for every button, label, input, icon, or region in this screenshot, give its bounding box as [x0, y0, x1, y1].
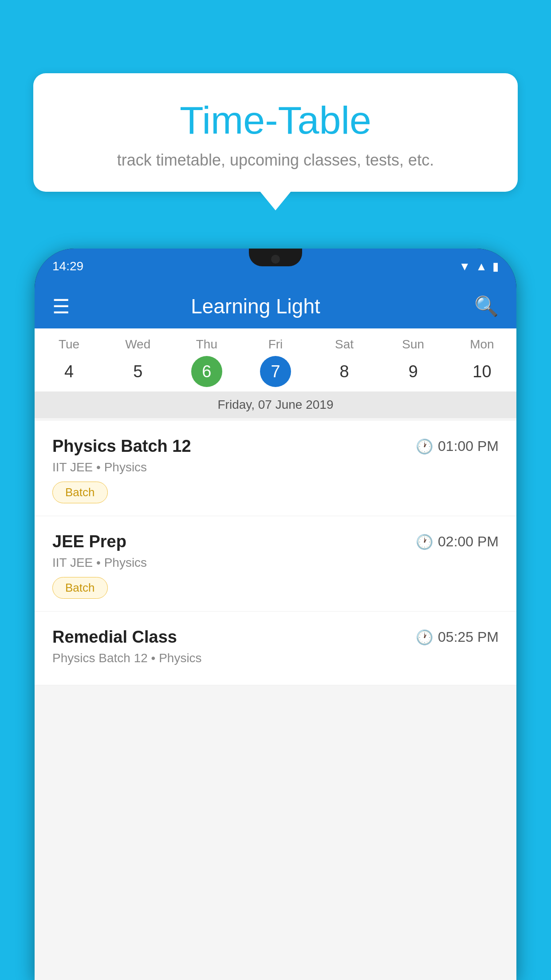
selected-date-bar: Friday, 07 June 2019	[35, 391, 516, 418]
schedule-title: JEE Prep	[52, 532, 126, 551]
day-label: Mon	[470, 337, 494, 352]
schedule-list: Physics Batch 12🕐01:00 PMIIT JEE • Physi…	[35, 421, 516, 685]
schedule-title: Remedial Class	[52, 628, 177, 647]
day-number: 10	[466, 356, 497, 387]
schedule-item-header: JEE Prep🕐02:00 PM	[52, 532, 499, 551]
phone-frame: 14:29 ▼ ▲ ▮ ☰ Learning Light 🔍 Tue4Wed5T…	[35, 249, 516, 980]
day-number: 7	[260, 356, 291, 387]
clock-icon: 🕐	[416, 629, 433, 646]
day-number: 8	[329, 356, 360, 387]
status-icons: ▼ ▲ ▮	[459, 260, 499, 273]
schedule-meta: IIT JEE • Physics	[52, 556, 499, 570]
menu-icon[interactable]: ☰	[52, 295, 70, 318]
time-text: 05:25 PM	[438, 629, 499, 645]
day-label: Sat	[335, 337, 354, 352]
schedule-item-header: Physics Batch 12🕐01:00 PM	[52, 437, 499, 456]
wifi-icon: ▼	[459, 260, 471, 273]
day-label: Wed	[125, 337, 150, 352]
day-label: Sun	[402, 337, 424, 352]
tooltip-title: Time-Table	[60, 98, 491, 143]
schedule-meta: Physics Batch 12 • Physics	[52, 651, 499, 665]
schedule-time: 🕐01:00 PM	[416, 438, 499, 455]
schedule-item[interactable]: JEE Prep🕐02:00 PMIIT JEE • PhysicsBatch	[35, 516, 516, 612]
day-number: 4	[54, 356, 85, 387]
day-label: Thu	[196, 337, 217, 352]
time-text: 01:00 PM	[438, 438, 499, 454]
day-number: 5	[122, 356, 153, 387]
app-bar: ☰ Learning Light 🔍	[35, 284, 516, 328]
day-number: 6	[191, 356, 222, 387]
schedule-title: Physics Batch 12	[52, 437, 191, 456]
search-icon[interactable]: 🔍	[474, 295, 499, 318]
day-number: 9	[398, 356, 429, 387]
clock-icon: 🕐	[416, 533, 433, 550]
schedule-time: 🕐02:00 PM	[416, 533, 499, 550]
clock-icon: 🕐	[416, 438, 433, 455]
phone-screen: Tue4Wed5Thu6Fri7Sat8Sun9Mon10 Friday, 07…	[35, 328, 516, 980]
schedule-item[interactable]: Physics Batch 12🕐01:00 PMIIT JEE • Physi…	[35, 421, 516, 516]
calendar-day[interactable]: Wed5	[109, 337, 167, 387]
schedule-time: 🕐05:25 PM	[416, 629, 499, 646]
tooltip-subtitle: track timetable, upcoming classes, tests…	[60, 151, 491, 170]
batch-badge: Batch	[52, 482, 108, 503]
schedule-meta: IIT JEE • Physics	[52, 460, 499, 474]
batch-badge: Batch	[52, 577, 108, 599]
calendar-day[interactable]: Thu6	[178, 337, 236, 387]
calendar-day[interactable]: Mon10	[453, 337, 511, 387]
calendar-day[interactable]: Sat8	[315, 337, 373, 387]
calendar-day[interactable]: Tue4	[40, 337, 98, 387]
day-label: Tue	[59, 337, 79, 352]
app-title: Learning Light	[83, 294, 461, 318]
schedule-item[interactable]: Remedial Class🕐05:25 PMPhysics Batch 12 …	[35, 612, 516, 685]
camera	[271, 255, 280, 264]
status-time: 14:29	[52, 259, 83, 273]
tooltip-card: Time-Table track timetable, upcoming cla…	[33, 73, 518, 192]
notch	[249, 249, 302, 266]
status-bar: 14:29 ▼ ▲ ▮	[35, 249, 516, 284]
calendar-header: Tue4Wed5Thu6Fri7Sat8Sun9Mon10 Friday, 07…	[35, 328, 516, 418]
calendar-day[interactable]: Sun9	[384, 337, 442, 387]
signal-icon: ▲	[476, 260, 487, 273]
schedule-item-header: Remedial Class🕐05:25 PM	[52, 628, 499, 647]
time-text: 02:00 PM	[438, 533, 499, 550]
battery-icon: ▮	[492, 260, 499, 273]
calendar-day[interactable]: Fri7	[247, 337, 304, 387]
day-label: Fri	[268, 337, 283, 352]
days-row: Tue4Wed5Thu6Fri7Sat8Sun9Mon10	[35, 328, 516, 391]
